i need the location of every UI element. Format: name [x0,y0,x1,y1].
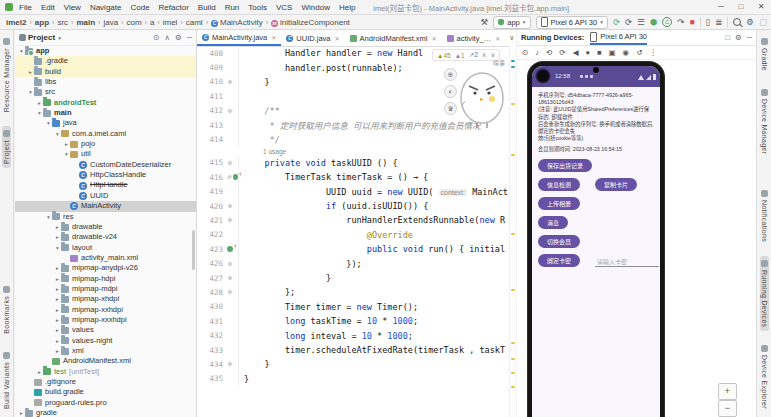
app-button-信息检测[interactable]: 信息检测 [538,178,580,191]
breadcrumb-item-caml[interactable]: caml [186,18,203,27]
search-everywhere-icon[interactable] [733,18,741,26]
error-stripe[interactable] [509,46,516,417]
menu-help[interactable]: Help [339,3,355,12]
tree-node-httpclasshandle[interactable]: CHttpClassHandle [15,170,196,180]
zoom-out-button[interactable]: − [718,400,737,417]
more-icon[interactable]: ⋮ [649,48,657,57]
hide-panel-icon[interactable]: ─ [747,33,752,42]
tree-node-drawable[interactable]: ▸drawable [15,222,196,232]
tree-chevron-icon[interactable]: ▸ [54,305,61,315]
fold-marker-icon[interactable] [227,108,233,114]
tree-node-androidtest[interactable]: ▸androidTest [15,98,196,108]
tree-node-customdatedeserializer[interactable]: CCustomDateDeserializer [15,160,196,170]
back-icon[interactable]: ◀ [573,48,579,57]
settings-icon[interactable]: ⚙ [746,15,754,29]
snapshot-icon[interactable]: ↺ [636,48,642,57]
breadcrumb-item-java[interactable]: java [103,18,118,27]
tree-node-app[interactable]: ▾app [15,46,196,56]
tree-chevron-icon[interactable]: ▾ [18,46,25,56]
stripe-mark[interactable] [511,154,515,156]
minimize-button[interactable]: ─ [711,0,731,14]
tree-chevron-icon[interactable]: ▸ [54,274,61,284]
app-button-切换会员[interactable]: 切换会员 [538,235,580,248]
stripe-mark[interactable] [511,103,515,105]
maximize-button[interactable]: □ [731,0,751,14]
tree-node--gitignore[interactable]: .gitignore [15,377,196,387]
volume-icon[interactable]: ♪ [535,48,539,57]
tree-chevron-icon[interactable]: ▾ [54,129,61,139]
menu-run[interactable]: Run [225,3,240,12]
menu-vcs[interactable]: VCS [276,3,292,12]
tree-chevron-icon[interactable]: ▸ [27,67,34,77]
tree-node-androidmanifest-xml[interactable]: AndroidManifest.xml [15,356,196,366]
editor-tab-mainactivity-java[interactable]: CMainActivity.java✕ [197,30,281,46]
tree-node-res[interactable]: ▾res [15,212,196,222]
tree-node-mipmap-anydpi-v26[interactable]: ▸mipmap-anydpi-v26 [15,263,196,273]
app-button-复制卡片[interactable]: 复制卡片 [595,178,637,191]
debug-icon[interactable]: ⬢ [650,15,657,29]
tree-chevron-icon[interactable]: ▸ [54,284,61,294]
editor-tab-uuid-java[interactable]: CUUID.java✕ [281,30,344,46]
tree-chevron-icon[interactable]: ▾ [54,243,61,253]
sticker-menu-theme-icon[interactable]: ◐ [444,85,457,98]
options-icon[interactable]: ⚙ [735,33,742,42]
tree-chevron-icon[interactable]: ▸ [36,367,43,377]
fold-marker-icon[interactable] [227,362,233,368]
screenshot-icon[interactable]: ▣ [608,48,615,57]
tree-node-java[interactable]: ▾java [15,118,196,128]
tree-node-layout[interactable]: ▾layout [15,243,196,253]
breadcrumb-item-src[interactable]: src [57,18,68,27]
tree-chevron-icon[interactable]: ▸ [54,325,61,335]
editor-tab-activity-[interactable]: activity_…✕ [442,30,506,46]
tool-window-button-resource-manager[interactable]: Resource Manager [2,34,11,116]
close-icon[interactable]: ✕ [495,35,500,42]
fold-marker-icon[interactable] [227,261,233,267]
tree-node-mipmap-mdpi[interactable]: ▸mipmap-mdpi [15,284,196,294]
tool-window-button-gradle[interactable]: Gradle [760,34,769,75]
breadcrumb-item-main[interactable]: main [76,18,95,27]
stripe-mark[interactable] [511,342,515,344]
tree-chevron-icon[interactable]: ▸ [54,222,61,232]
breadcrumb-item-imel2[interactable]: imel2 [6,18,26,27]
window-layout-icon[interactable]: ▢ [759,15,767,29]
tree-chevron-icon[interactable]: ▾ [45,212,52,222]
fold-marker-icon[interactable] [227,218,233,224]
chevron-down-icon[interactable]: ▾ [58,35,61,41]
rotate-left-icon[interactable]: ⟲ [546,48,552,57]
breadcrumb-item-initializecomponent[interactable]: minitializeComponent [271,18,350,27]
build-hammer-icon[interactable]: ⚒ [481,15,489,29]
inspection-badge[interactable]: ▲45 [437,52,451,59]
tree-chevron-icon[interactable]: ▸ [54,315,61,325]
breadcrumb-item-app[interactable]: app [35,18,49,27]
run-gutter-icon[interactable] [227,246,233,252]
fold-marker-icon[interactable] [227,175,232,180]
stripe-mark[interactable] [511,358,515,360]
hide-panel-icon[interactable]: ─ [187,33,192,42]
menu-code[interactable]: Code [130,3,149,12]
fold-marker-icon[interactable] [227,203,233,209]
stripe-mark[interactable] [511,66,515,68]
tree-node-drawable-v24[interactable]: ▸drawable-v24 [15,232,196,242]
app-button-消息[interactable]: 消息 [538,216,568,229]
tree-chevron-icon[interactable]: ▾ [63,149,70,159]
tree-node-libs[interactable]: libs [15,77,196,87]
tree-node-src[interactable]: ▾src [15,87,196,97]
fold-marker-icon[interactable] [227,79,233,85]
fold-marker-icon[interactable] [227,160,233,166]
float-window-icon[interactable]: □ [725,33,730,42]
power-icon[interactable]: ⊙ [522,48,528,57]
collapse-all-icon[interactable]: ∧ [164,33,170,42]
close-button[interactable]: ✕ [751,0,771,14]
tree-node-mipmap-hdpi[interactable]: ▸mipmap-hdpi [15,274,196,284]
options-icon[interactable]: ⚙ [175,33,182,42]
menu-window[interactable]: Window [301,3,329,12]
tool-window-button-running-devices[interactable]: Running Devices [760,256,769,331]
tree-chevron-icon[interactable]: ▸ [54,336,61,346]
rotate-right-icon[interactable]: ⟳ [559,48,565,57]
run-gutter-icon[interactable] [233,174,238,180]
tool-window-button-bookmarks[interactable]: Bookmarks [2,282,11,338]
stripe-mark[interactable] [511,372,515,374]
inspection-badge[interactable]: ▲1 [455,52,465,59]
tree-node-proguard-rules-pro[interactable]: proguard-rules.pro [15,398,196,408]
tree-chevron-icon[interactable]: ▸ [54,263,61,273]
